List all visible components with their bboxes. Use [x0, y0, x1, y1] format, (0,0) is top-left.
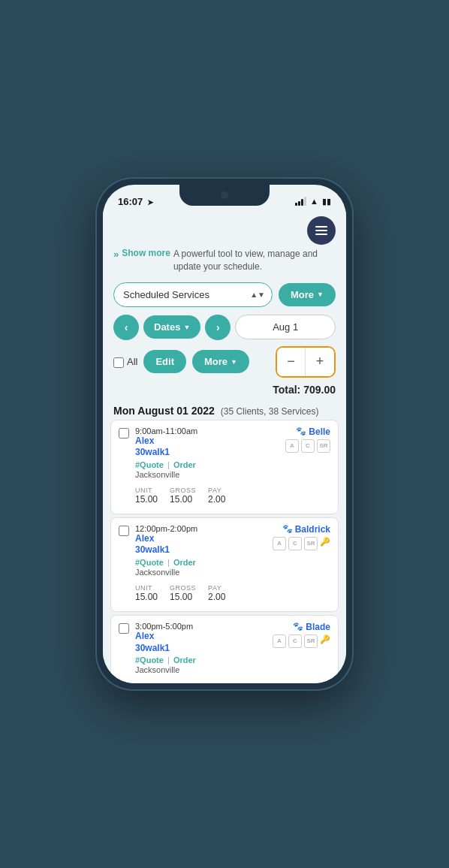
date-sub: (35 Clients, 38 Services): [221, 406, 319, 417]
menu-button[interactable]: [307, 216, 336, 245]
more2-dropdown-icon: ▼: [231, 358, 237, 366]
quote-order-1: #Quote | Order: [135, 460, 203, 469]
unit-value-1: 15.00: [135, 494, 158, 505]
paw-icon-2: 🐾: [282, 524, 293, 534]
pay-label-1: PAY: [208, 487, 225, 494]
date-header: Mon August 01 2022 (35 Clients, 38 Servi…: [103, 400, 346, 420]
pay-label-3: PAY: [208, 682, 225, 683]
badge-row-3: A C SR 🔑: [270, 634, 330, 648]
date-display: Aug 1: [235, 315, 336, 339]
quote-link-2[interactable]: #Quote: [135, 558, 164, 567]
date-text: Mon August 01 2022: [113, 405, 215, 417]
badge-sr-1: SR: [317, 439, 330, 453]
time-range-1: 9:00am-11:00am: [135, 426, 203, 436]
badge-row-1: A C SR: [270, 439, 330, 453]
signal-icon: [295, 197, 306, 206]
service-select[interactable]: Scheduled Services All Services Unschedu…: [113, 282, 273, 307]
show-more-row: » Show more A powerful tool to view, man…: [103, 245, 346, 278]
gross-label-3: GROSS: [170, 682, 196, 683]
gross-label-1: GROSS: [170, 487, 196, 494]
badge-c-3: C: [288, 634, 302, 648]
pet-name-2[interactable]: Baldrick: [295, 524, 330, 535]
location-2: Jacksonville: [135, 568, 203, 577]
zoom-in-button[interactable]: +: [306, 348, 334, 376]
total-value: 709.00: [303, 384, 336, 396]
unit-label-3: UNIT: [135, 682, 158, 683]
show-more-description: A powerful tool to view, manage and upda…: [173, 248, 336, 273]
badge-sr-2: SR: [304, 537, 318, 550]
content-area: » Show more A powerful tool to view, man…: [103, 212, 346, 683]
financials-1: UNIT 15.00 GROSS 15.00 PAY 2.00: [135, 484, 330, 505]
controls-row3: All Edit More ▼ − +: [103, 343, 346, 381]
zoom-controls: − +: [276, 346, 336, 378]
service-select-wrapper: Scheduled Services All Services Unschedu…: [113, 282, 273, 307]
order-link-3[interactable]: Order: [173, 656, 196, 665]
badge-c-1: C: [301, 439, 315, 453]
next-date-button[interactable]: ›: [205, 315, 231, 340]
quote-link-1[interactable]: #Quote: [135, 460, 164, 469]
gross-value-1: 15.00: [170, 494, 196, 505]
badge-a-2: A: [273, 537, 286, 550]
key-icon-2: 🔑: [320, 537, 330, 550]
staff-name-1[interactable]: Alex 30walk1: [135, 436, 203, 459]
financials-2: UNIT 15.00 GROSS 15.00 PAY 2.00: [135, 581, 330, 602]
controls-row2: ‹ Dates ▼ › Aug 1: [103, 312, 346, 343]
service-checkbox-1[interactable]: [119, 428, 129, 439]
pay-value-2: 2.00: [208, 592, 225, 602]
unit-label-1: UNIT: [135, 487, 158, 494]
service-card-2: 12:00pm-2:00pm Alex 30walk1 #Quote | Ord…: [110, 517, 339, 612]
more-button-2[interactable]: More ▼: [192, 350, 249, 373]
status-icons: ▲ ▮▮: [295, 197, 331, 206]
pet-name-1[interactable]: Belle: [309, 426, 330, 437]
time-range-2: 12:00pm-2:00pm: [135, 524, 203, 533]
staff-name-2[interactable]: Alex 30walk1: [135, 533, 203, 556]
service-checkbox-3[interactable]: [119, 623, 129, 634]
total-row: Total: 709.00: [103, 381, 346, 400]
total-label: Total:: [273, 384, 300, 396]
quote-link-3[interactable]: #Quote: [135, 656, 164, 665]
location-3: Jacksonville: [135, 665, 203, 674]
prev-date-button[interactable]: ‹: [113, 315, 139, 340]
badge-c-2: C: [288, 537, 302, 550]
badge-a-3: A: [273, 634, 286, 648]
badge-sr-3: SR: [304, 634, 318, 648]
financials-3: UNIT 15.00 GROSS 15.00 PAY 2.00: [135, 679, 330, 683]
more-button-1[interactable]: More ▼: [279, 283, 336, 306]
gross-label-2: GROSS: [170, 584, 196, 592]
paw-icon-1: 🐾: [296, 426, 306, 436]
status-time: 16:07 ➤: [118, 196, 153, 207]
location-icon: ➤: [147, 198, 153, 206]
pay-label-2: PAY: [208, 584, 225, 592]
battery-icon: ▮▮: [322, 197, 331, 206]
hamburger-icon: [315, 226, 327, 235]
pay-value-1: 2.00: [208, 494, 225, 505]
staff-name-3[interactable]: Alex 30walk1: [135, 631, 203, 654]
service-list: 9:00am-11:00am Alex 30walk1 #Quote | Ord…: [103, 420, 346, 683]
paw-icon-3: 🐾: [293, 622, 303, 631]
pet-name-3[interactable]: Blade: [306, 622, 330, 632]
chevrons-icon: »: [113, 249, 119, 260]
zoom-out-button[interactable]: −: [277, 348, 306, 376]
edit-button[interactable]: Edit: [143, 350, 186, 373]
quote-order-3: #Quote | Order: [135, 656, 203, 665]
dates-button[interactable]: Dates ▼: [143, 315, 200, 339]
service-card-1: 9:00am-11:00am Alex 30walk1 #Quote | Ord…: [110, 420, 339, 514]
key-icon-3: 🔑: [320, 634, 330, 648]
all-checkbox[interactable]: [113, 357, 124, 368]
time-range-3: 3:00pm-5:00pm: [135, 622, 203, 631]
order-link-1[interactable]: Order: [173, 460, 196, 469]
order-link-2[interactable]: Order: [173, 558, 196, 567]
location-1: Jacksonville: [135, 470, 203, 479]
controls-row1: Scheduled Services All Services Unschedu…: [103, 278, 346, 312]
service-checkbox-2[interactable]: [119, 526, 129, 536]
dates-dropdown-icon: ▼: [183, 324, 190, 331]
badge-a-1: A: [285, 439, 299, 453]
show-more-link[interactable]: Show more: [122, 248, 170, 258]
unit-label-2: UNIT: [135, 584, 158, 592]
more-dropdown-icon: ▼: [317, 291, 324, 298]
wifi-icon: ▲: [310, 197, 318, 206]
all-checkbox-wrapper: All: [113, 356, 137, 368]
all-label: All: [127, 356, 137, 367]
service-card-3: 3:00pm-5:00pm Alex 30walk1 #Quote | Orde…: [110, 615, 339, 683]
unit-value-2: 15.00: [135, 592, 158, 602]
